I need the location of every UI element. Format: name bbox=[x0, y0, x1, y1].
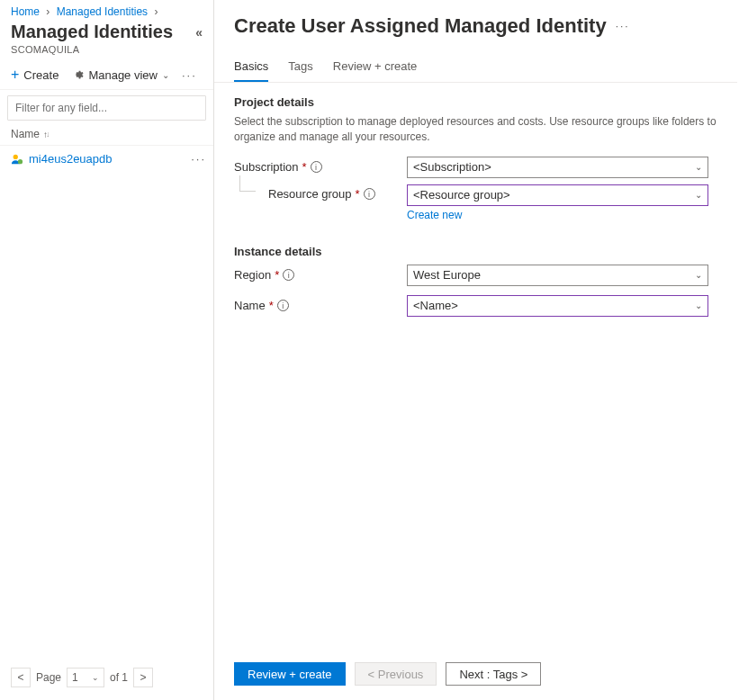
chevron-down-icon: ⌄ bbox=[695, 301, 702, 310]
svg-point-1 bbox=[18, 159, 23, 164]
chevron-down-icon: ⌄ bbox=[92, 673, 99, 682]
indent-line-icon bbox=[239, 175, 256, 192]
review-create-button[interactable]: Review + create bbox=[234, 662, 346, 686]
chevron-right-icon: › bbox=[154, 5, 158, 18]
pager: < Page 1 ⌄ of 1 > bbox=[0, 659, 213, 700]
title-more-icon[interactable]: ··· bbox=[616, 20, 630, 32]
page-title: Managed Identities bbox=[11, 22, 173, 42]
filter-input-wrap bbox=[7, 95, 206, 121]
manage-view-button[interactable]: Manage view ⌄ bbox=[71, 68, 169, 82]
name-input[interactable]: <Name> ⌄ bbox=[407, 295, 708, 317]
info-icon[interactable]: i bbox=[277, 300, 289, 311]
form-title: Create User Assigned Managed Identity bbox=[234, 14, 607, 38]
tab-review[interactable]: Review + create bbox=[333, 59, 418, 82]
next-button[interactable]: Next : Tags > bbox=[446, 662, 541, 686]
region-value: West Europe bbox=[413, 268, 481, 282]
manage-view-label: Manage view bbox=[88, 68, 158, 82]
managed-identity-icon bbox=[11, 153, 23, 166]
subscription-select[interactable]: <Subscription> ⌄ bbox=[407, 157, 708, 178]
pager-select[interactable]: 1 ⌄ bbox=[67, 668, 104, 687]
create-label: Create bbox=[23, 68, 59, 82]
resource-group-select[interactable]: <Resource group> ⌄ bbox=[407, 184, 708, 206]
list-item-label: mi4eus2euapdb bbox=[29, 152, 113, 166]
column-header-label: Name bbox=[11, 128, 40, 140]
pager-prev-button[interactable]: < bbox=[11, 668, 31, 687]
column-header-name[interactable]: Name ↑ ↓ bbox=[0, 121, 213, 146]
breadcrumb-home[interactable]: Home bbox=[11, 5, 40, 18]
region-select[interactable]: West Europe ⌄ bbox=[407, 265, 708, 286]
info-icon[interactable]: i bbox=[311, 161, 322, 173]
section-project-details: Project details bbox=[214, 83, 737, 112]
chevron-down-icon: ⌄ bbox=[162, 70, 169, 80]
create-button[interactable]: + Create bbox=[11, 67, 59, 82]
pager-next-button[interactable]: > bbox=[133, 668, 153, 687]
pager-of: of 1 bbox=[110, 671, 128, 684]
row-more-icon[interactable]: ··· bbox=[191, 152, 206, 166]
svg-point-0 bbox=[14, 154, 18, 158]
subscription-name: SCOMAQUILA bbox=[11, 44, 203, 55]
resource-group-value: <Resource group> bbox=[413, 188, 510, 202]
pager-label: Page bbox=[36, 671, 61, 684]
required-indicator: * bbox=[275, 268, 279, 282]
more-icon[interactable]: ··· bbox=[182, 68, 197, 82]
breadcrumb-managed-identities[interactable]: Managed Identities bbox=[57, 5, 148, 18]
region-label: Region bbox=[234, 268, 271, 282]
chevron-right-icon: › bbox=[46, 5, 50, 18]
required-indicator: * bbox=[356, 187, 360, 201]
gear-icon bbox=[71, 68, 84, 81]
subscription-label: Subscription bbox=[234, 160, 299, 174]
plus-icon: + bbox=[11, 67, 19, 82]
sort-down-icon: ↓ bbox=[46, 130, 50, 139]
required-indicator: * bbox=[269, 299, 274, 312]
chevron-down-icon: ⌄ bbox=[695, 162, 702, 172]
required-indicator: * bbox=[302, 160, 307, 174]
previous-button: < Previous bbox=[355, 662, 437, 686]
tab-tags[interactable]: Tags bbox=[288, 59, 312, 82]
resource-group-label: Resource group bbox=[268, 187, 352, 201]
section-instance-details: Instance details bbox=[214, 225, 737, 262]
breadcrumb: Home › Managed Identities › bbox=[0, 0, 213, 20]
collapse-icon[interactable]: « bbox=[195, 25, 203, 40]
info-icon[interactable]: i bbox=[364, 188, 375, 200]
name-label: Name bbox=[234, 299, 266, 312]
create-new-link[interactable]: Create new bbox=[407, 206, 462, 221]
chevron-down-icon: ⌄ bbox=[695, 190, 702, 200]
info-icon[interactable]: i bbox=[283, 269, 294, 281]
pager-current: 1 bbox=[72, 671, 78, 684]
chevron-down-icon: ⌄ bbox=[695, 270, 702, 280]
tab-basics[interactable]: Basics bbox=[234, 59, 268, 82]
subscription-value: <Subscription> bbox=[413, 160, 491, 174]
list-item[interactable]: mi4eus2euapdb ··· bbox=[0, 146, 213, 172]
name-value: <Name> bbox=[413, 299, 458, 312]
filter-input[interactable] bbox=[8, 96, 205, 120]
project-details-desc: Select the subscription to manage deploy… bbox=[214, 112, 737, 154]
